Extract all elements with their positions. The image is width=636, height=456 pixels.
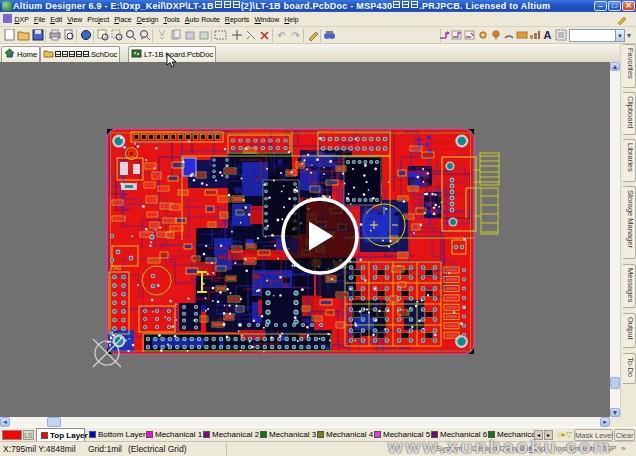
svg-text:P4-232: P4-232	[444, 151, 459, 156]
svg-text:CF-PC1000: CF-PC1000	[138, 299, 162, 304]
svg-text:JTAG: JTAG	[110, 266, 122, 271]
svg-text:24-NB: 24-NB	[452, 236, 465, 241]
